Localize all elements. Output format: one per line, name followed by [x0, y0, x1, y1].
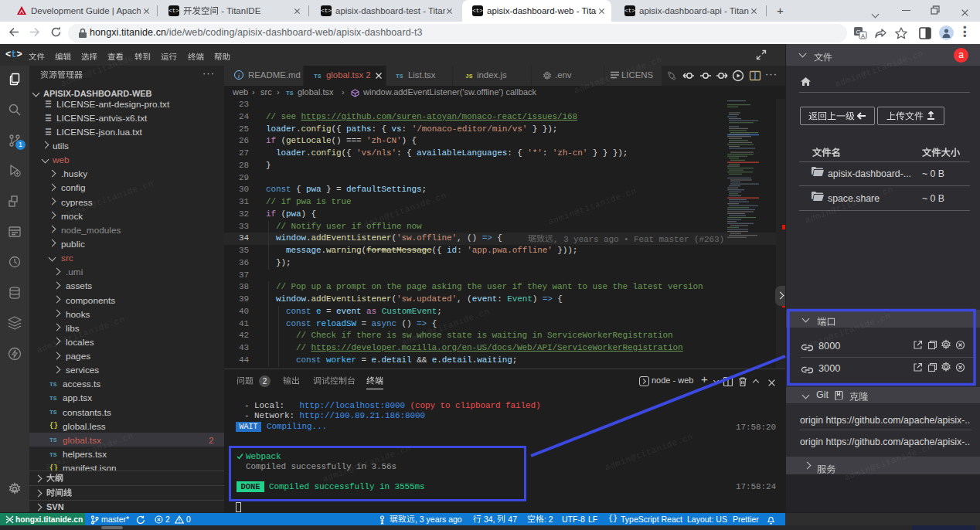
svg-text:A: A — [861, 32, 865, 39]
